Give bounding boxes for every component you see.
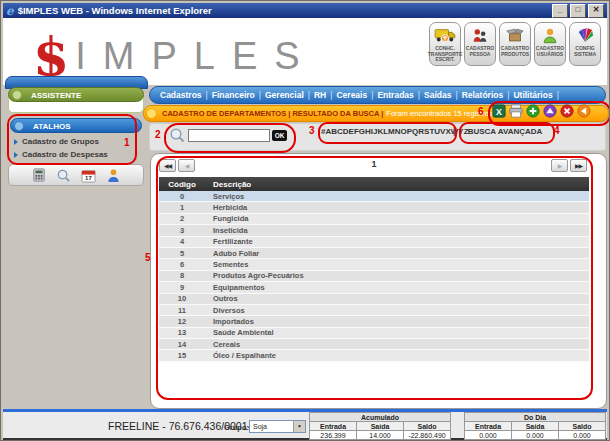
menu-item-financeiro[interactable]: Financeiro [212, 90, 255, 100]
menu-separator: | [308, 90, 310, 100]
menu-item-saídas[interactable]: Saídas [424, 90, 451, 100]
cell-descricao: Saúde Ambiental [205, 328, 274, 337]
table-row[interactable]: 8Produtos Agro-Pecuários [159, 271, 589, 282]
search-ok-button[interactable]: OK [272, 130, 287, 141]
table-row[interactable]: 10Outros [159, 294, 589, 305]
acumulado-table: Acumulado Entrada Saída Saldo 236.399 14… [309, 412, 451, 440]
maximize-button[interactable]: □ [570, 4, 586, 18]
calendar-icon[interactable]: 17 [81, 168, 96, 183]
quick-button-label: CONHC. TRANSPORTE ESCRIT. [428, 46, 462, 63]
atalhos-links: Cadastro de GruposCadastro de Despesas [14, 135, 139, 161]
cell-descricao: Óleo / Espalhante [205, 351, 276, 360]
cell-descricao: Inseticida [205, 226, 248, 235]
menu-item-relatórios[interactable]: Relatórios [462, 90, 504, 100]
menu-item-cadastros[interactable]: Cadastros [160, 90, 202, 100]
status-bar: FREELINE - 76.676.436/0001-67 Grupo: Soj… [3, 412, 607, 440]
quick-button-label: CADASTRO USUÁRIOS [535, 46, 565, 57]
minimize-button[interactable]: _ [552, 4, 568, 18]
grupo-label: Grupo: [224, 423, 249, 432]
next-page-button[interactable]: ▶ [551, 159, 568, 172]
quick-button-label: CADASTRO PESSOA [465, 46, 495, 57]
table-body: 0Serviços1Herbicida2Fungicida3Inseticida… [159, 191, 589, 362]
sidebar-link-label: Cadastro de Grupos [22, 137, 99, 146]
button-cadastro-pessoa[interactable]: CADASTRO PESSOA [464, 22, 496, 66]
table-row[interactable]: 12Importados [159, 316, 589, 327]
excel-icon[interactable]: X [492, 104, 506, 118]
sidebar-link[interactable]: Cadastro de Grupos [14, 135, 139, 148]
print-icon[interactable] [509, 104, 523, 118]
cell-descricao: Adubo Foliar [205, 249, 259, 258]
search-input[interactable] [188, 129, 270, 142]
table-row[interactable]: 9Equipamentos [159, 282, 589, 293]
alphabet-filter[interactable]: #ABCDEFGHIJKLMNOPQRSTUVXWYZ [321, 124, 450, 139]
dodia-saldo-value: 0.000 [559, 431, 606, 440]
up-icon[interactable] [543, 104, 557, 118]
add-icon[interactable] [526, 104, 540, 118]
table-row[interactable]: 3Inseticida [159, 225, 589, 236]
grupo-dropdown[interactable]: Soja ▼ [249, 420, 306, 433]
result-bar-actions: X [492, 104, 591, 118]
button-cadastro-produtos[interactable]: CADASTRO PRODUTOS [499, 22, 531, 66]
sidebar-link[interactable]: Cadastro de Despesas [14, 148, 139, 161]
advanced-search-link[interactable]: BUSCA AVANÇADA [462, 124, 548, 139]
search-magnifier-icon[interactable] [169, 127, 185, 143]
dodia-table: Do Dia Entrada Saída Saldo 0.000 0.000 0… [464, 412, 606, 440]
table-row[interactable]: 2Fungicida [159, 214, 589, 225]
acumulado-col-entrada: Entrada [310, 422, 357, 431]
cell-codigo: 10 [159, 294, 205, 303]
menu-item-gerencial[interactable]: Gerencial [265, 90, 304, 100]
arrow-right-icon [14, 152, 18, 158]
close-button[interactable]: ✕ [588, 4, 604, 18]
table-row[interactable]: 13Saúde Ambiental [159, 328, 589, 339]
first-page-button[interactable]: ◀◀ [159, 159, 176, 172]
atalhos-header[interactable]: ATALHOS [10, 118, 142, 133]
table-row[interactable]: 11Diversos [159, 305, 589, 316]
menu-item-rh[interactable]: RH [314, 90, 326, 100]
cell-descricao: Diversos [205, 306, 245, 315]
table-row[interactable]: 14Cereais [159, 339, 589, 350]
table-row[interactable]: 6Sementes [159, 259, 589, 270]
table-row[interactable]: 0Serviços [159, 191, 589, 202]
cell-descricao: Produtos Agro-Pecuários [205, 271, 304, 280]
cell-descricao: Sementes [205, 260, 248, 269]
cell-codigo: 4 [159, 237, 205, 246]
menu-item-cereais[interactable]: Cereais [336, 90, 367, 100]
table-row[interactable]: 1Herbicida [159, 202, 589, 213]
dodia-col-saldo: Saldo [559, 422, 606, 431]
button-config-sistema[interactable]: CONFIG SISTEMA [569, 22, 601, 66]
search-icon[interactable] [56, 168, 71, 183]
main-menu-bar: Cadastros|Financeiro|Gerencial|RH|Cereai… [149, 86, 606, 104]
close-icon[interactable] [560, 104, 574, 118]
cell-codigo: 0 [159, 192, 205, 201]
person-icon[interactable] [106, 168, 121, 183]
menu-separator: | [557, 90, 559, 100]
quick-access-buttons: CONHC. TRANSPORTE ESCRIT. CADASTRO PESSO… [429, 22, 601, 66]
page-number: 1 [159, 159, 589, 169]
pagination-bar: 1 ◀◀ ◀ ▶ ▶▶ [159, 159, 589, 173]
button-cadastro-usuarios[interactable]: CADASTRO USUÁRIOS [534, 22, 566, 66]
previous-page-button[interactable]: ◀ [178, 159, 195, 172]
table-row[interactable]: 5Adubo Foliar [159, 248, 589, 259]
title-bar: e $IMPLES WEB - Windows Internet Explore… [3, 3, 607, 18]
back-icon[interactable] [577, 104, 591, 118]
cell-codigo: 11 [159, 306, 205, 315]
cell-codigo: 5 [159, 249, 205, 258]
box-icon [506, 26, 524, 45]
menu-item-utilitários[interactable]: Utilitários [513, 90, 552, 100]
table-row[interactable]: 4Fertilizante [159, 237, 589, 248]
window-title: $IMPLES WEB - Windows Internet Explorer [18, 5, 552, 16]
menu-item-entradas[interactable]: Entradas [377, 90, 413, 100]
button-conhc-transporte[interactable]: CONHC. TRANSPORTE ESCRIT. [429, 22, 461, 66]
last-page-button[interactable]: ▶▶ [570, 159, 587, 172]
header: $ IMPLES CONHC. TRANSPORTE ESCRIT. CADAS… [3, 18, 607, 85]
chevron-down-icon[interactable]: ▼ [293, 421, 305, 432]
assistente-header[interactable]: ASSISTENTE [8, 87, 144, 102]
application-window: e $IMPLES WEB - Windows Internet Explore… [0, 0, 610, 441]
calculator-icon[interactable] [32, 168, 46, 182]
cell-codigo: 2 [159, 214, 205, 223]
table-row[interactable]: 15Óleo / Espalhante [159, 350, 589, 361]
menu-separator: | [259, 90, 261, 100]
result-bar-title: CADASTRO DE DEPARTAMENTOS | RESULTADO DA… [162, 109, 383, 118]
cell-descricao: Fungicida [205, 214, 248, 223]
acumulado-saldo-value: -22.860.490 [404, 431, 451, 440]
